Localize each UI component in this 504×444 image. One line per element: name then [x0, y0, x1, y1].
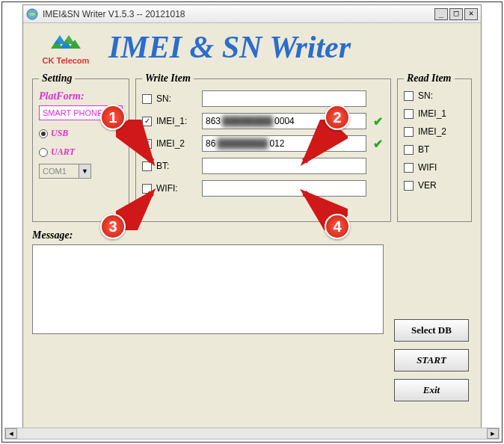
- bt-input[interactable]: [202, 158, 366, 174]
- wifi-label: WIFI:: [156, 183, 197, 194]
- imei1-label: IMEI_1:: [156, 116, 197, 126]
- message-label: Message:: [32, 229, 472, 241]
- annotation-badge-1: 1: [100, 105, 126, 130]
- annotation-badge-2: 2: [325, 105, 350, 130]
- imei1-checkbox[interactable]: [142, 117, 152, 126]
- wifi-checkbox[interactable]: [142, 184, 152, 194]
- read-imei1-checkbox[interactable]: [404, 109, 414, 119]
- sn-input[interactable]: [202, 90, 366, 107]
- app-title: IMEI & SN Writer: [108, 29, 351, 65]
- annotation-badge-3: 3: [100, 214, 126, 239]
- read-wifi-checkbox[interactable]: [404, 163, 414, 173]
- uart-label: UART: [51, 147, 75, 158]
- imei2-label: IMEI_2: [156, 138, 197, 149]
- wifi-input[interactable]: [202, 180, 366, 197]
- check-icon: ✔: [371, 137, 384, 151]
- com-value: COM1: [40, 167, 79, 176]
- maximize-button[interactable]: □: [449, 8, 463, 20]
- uart-radio[interactable]: [39, 148, 48, 157]
- imei2-checkbox[interactable]: [142, 139, 152, 149]
- read-sn-checkbox[interactable]: [404, 91, 414, 101]
- app-window: IMEI&SN Writer V1.5.3 -- 20121018 _ □ ✕ …: [22, 4, 482, 431]
- write-panel: Write Item SN: IMEI_1: 863████████0004 ✔: [135, 73, 391, 222]
- scroll-left-icon[interactable]: ◄: [5, 428, 17, 439]
- check-icon: ✔: [371, 114, 384, 129]
- app-icon: [26, 8, 38, 20]
- start-button[interactable]: START: [394, 349, 469, 371]
- bt-label: BT:: [156, 161, 197, 171]
- window-title: IMEI&SN Writer V1.5.3 -- 20121018: [43, 9, 433, 19]
- sn-checkbox[interactable]: [142, 94, 152, 104]
- scroll-right-icon[interactable]: ►: [487, 428, 499, 439]
- brand-logo: CK Telecom: [32, 29, 99, 65]
- bt-checkbox[interactable]: [142, 161, 152, 171]
- read-bt-checkbox[interactable]: [404, 145, 414, 155]
- message-box[interactable]: [32, 244, 384, 334]
- platform-value: SMART PHONE: [40, 108, 110, 117]
- read-imei2-checkbox[interactable]: [404, 127, 414, 137]
- annotation-badge-4: 4: [325, 214, 350, 239]
- titlebar: IMEI&SN Writer V1.5.3 -- 20121018 _ □ ✕: [23, 5, 481, 23]
- read-legend: Read Item: [404, 73, 455, 84]
- platform-label: PlatForm:: [39, 90, 123, 102]
- usb-radio[interactable]: [39, 129, 48, 138]
- usb-label: USB: [51, 128, 68, 139]
- chevron-down-icon: ▼: [79, 164, 90, 178]
- sn-label: SN:: [156, 93, 197, 104]
- com-select[interactable]: COM1 ▼: [39, 164, 91, 179]
- exit-button[interactable]: Exit: [394, 379, 469, 401]
- write-legend: Write Item: [142, 73, 194, 84]
- minimize-button[interactable]: _: [434, 8, 448, 20]
- select-db-button[interactable]: Select DB: [394, 319, 469, 342]
- setting-legend: Setting: [39, 73, 75, 84]
- imei2-input[interactable]: 86████████012: [202, 135, 366, 152]
- horizontal-scrollbar[interactable]: ◄ ►: [4, 428, 500, 440]
- close-button[interactable]: ✕: [464, 8, 478, 20]
- read-panel: Read Item SN: IMEI_1 IMEI_2 BT WIFI VER: [397, 73, 472, 222]
- setting-panel: Setting PlatForm: SMART PHONE ▼ USB UART…: [32, 73, 129, 222]
- brand-text: CK Telecom: [32, 56, 99, 65]
- read-ver-checkbox[interactable]: [404, 181, 414, 191]
